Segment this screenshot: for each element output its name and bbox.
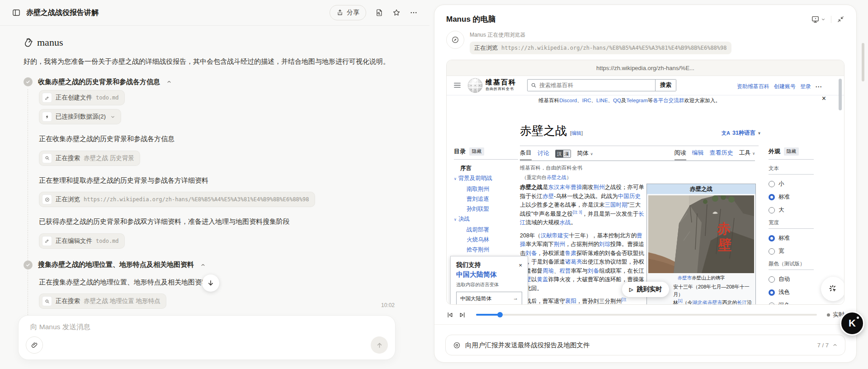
toc-item[interactable]: ∨背景及前哨战 <box>454 173 518 184</box>
toc-item[interactable]: 火烧乌林 <box>454 235 518 245</box>
toc-hide-button[interactable]: 隐藏 <box>469 147 484 156</box>
tool-chip-search[interactable]: 正在搜索 赤壁之战 历史背景 <box>39 151 140 166</box>
popup-close-button[interactable]: × <box>519 262 522 269</box>
message-timestamp: 10:02 <box>381 302 395 308</box>
wiki-search-input[interactable] <box>537 82 655 89</box>
browsing-url-chip[interactable]: 正在浏览 https://zh.wikipedia.org/zh-hans/%E… <box>470 42 731 54</box>
wiki-language-selector[interactable]: 文A 31种语言 ∨ <box>722 129 761 137</box>
check-circle-icon <box>24 260 33 270</box>
radio-icon <box>769 303 775 305</box>
tool-chip-browse[interactable]: 正在浏览 https://zh.wikipedia.org/zh-hans/%E… <box>39 192 315 207</box>
jump-to-live-button[interactable]: ▷ 跳到实时 <box>622 282 669 297</box>
arrow-right-icon: → <box>513 295 519 302</box>
wiki-link-login[interactable]: 登录 <box>800 83 811 90</box>
wiki-link-donate[interactable]: 资助维基百科 <box>737 83 769 90</box>
radio-width-wide[interactable]: 宽 <box>769 247 814 255</box>
tab-talk[interactable]: 讨论 <box>538 149 549 160</box>
send-button[interactable] <box>371 336 388 354</box>
variant-dropdown[interactable]: 简体 ∨ <box>577 149 593 160</box>
radio-text-small[interactable]: 小 <box>769 180 814 188</box>
radio-color-light[interactable]: 浅色 <box>769 289 814 296</box>
agent-status-row: Manus 正在使用浏览器 正在浏览 https://zh.wikipedia.… <box>434 24 856 54</box>
toc-item[interactable]: ∨决战 <box>454 214 518 225</box>
jump-to-live-label: 跳到实时 <box>637 285 662 293</box>
chip-url: https://zh.wikipedia.org/zh-hans/%E8%B5%… <box>84 196 309 203</box>
chip-file: todo.md <box>96 238 119 244</box>
sidebar-toggle-icon[interactable] <box>12 8 21 17</box>
radio-color-dark[interactable]: 深色 <box>769 302 814 304</box>
tool-chip-create-file[interactable]: 正在创建文件 todo.md <box>39 90 125 105</box>
hamburger-menu-icon[interactable] <box>454 82 461 88</box>
tool-chip-edit-file[interactable]: 正在编辑文件 todo.md <box>39 233 125 249</box>
k-floating-widget[interactable]: K <box>840 311 864 336</box>
browser-compass-icon <box>42 194 52 204</box>
progress-fill <box>476 314 500 316</box>
task-step: 正在整理和提取赤壁之战的历史背景与参战各方详细资料 <box>39 175 402 186</box>
toc-item[interactable]: 曹刘追逐 <box>454 194 518 204</box>
section-divider <box>434 324 856 325</box>
notice-close-button[interactable]: × <box>819 94 829 103</box>
tab-history[interactable]: 查看历史 <box>710 149 733 160</box>
favorite-button[interactable] <box>392 9 401 17</box>
radio-color-auto[interactable]: 自动 <box>769 275 814 283</box>
collapse-panel-button[interactable] <box>837 15 844 23</box>
tab-article[interactable]: 条目 <box>520 149 532 160</box>
tab-tools[interactable]: 工具 ∨ <box>739 149 755 160</box>
pencil-icon <box>42 236 52 246</box>
tab-read[interactable]: 阅读 <box>675 149 686 160</box>
wiki-search-button[interactable]: 搜索 <box>655 80 676 91</box>
tool-chip-search[interactable]: 正在搜索 赤壁之战 地理位置 地形特点 <box>39 293 166 309</box>
chevron-up-icon <box>200 262 206 268</box>
skip-to-end-button[interactable] <box>458 311 466 319</box>
browser-address-bar[interactable]: https://zh.wikipedia.org/zh-hans/%E... <box>447 60 844 76</box>
wiki-link-create-account[interactable]: 创建账号 <box>774 83 796 90</box>
share-icon <box>336 9 344 16</box>
task-section-1-header[interactable]: 收集赤壁之战的历史背景和参战各方信息 <box>24 77 402 86</box>
wiki-scrollbar-thumb[interactable] <box>839 79 842 110</box>
radio-text-large[interactable]: 大 <box>769 206 814 214</box>
tab-edit[interactable]: 编辑 <box>692 149 704 160</box>
article-paragraph-1: 赤壁之战是东汉末年曹操南攻荆州之战役；亦可单指于长江赤壁-乌林一线之决战。此战为… <box>520 183 645 227</box>
chevron-down-icon <box>821 17 826 22</box>
monitor-select-button[interactable] <box>811 15 826 24</box>
scroll-to-bottom-button[interactable] <box>202 274 219 292</box>
message-input[interactable] <box>29 322 321 331</box>
title-divider <box>520 146 759 146</box>
language-variant-popup: 我们支持 × 中国大陆简体 选取内容的语言变体 中国大陆简体 → <box>450 256 528 304</box>
tool-chip-datasource[interactable]: 已连接到数据源(2) <box>39 109 121 124</box>
infobox-row-place: 林[1]（今湖北省赤壁市西北的长江沿岸） <box>647 298 755 304</box>
skip-to-start-button[interactable] <box>446 311 454 319</box>
target-icon <box>453 341 461 349</box>
task-section-1-body: 正在创建文件 todo.md 已连接到数据源(2) 正在收集赤壁之战的历史背景和… <box>39 88 402 251</box>
chevron-down-icon: ∨ <box>590 152 593 156</box>
radio-text-standard[interactable]: 标准 <box>769 193 814 201</box>
variant-converter-icon[interactable]: 汉漢 <box>555 150 571 158</box>
toc-item[interactable]: 序言 <box>454 163 518 173</box>
toc-item[interactable]: 南取荆州 <box>454 184 518 194</box>
appearance-hide-button[interactable]: 隐藏 <box>784 147 799 156</box>
radio-icon <box>769 181 775 187</box>
progress-knob[interactable] <box>497 312 503 317</box>
more-button[interactable] <box>410 9 418 17</box>
task-section-2-header[interactable]: 搜集赤壁之战的地理位置、地形特点及相关地图资料 <box>24 260 402 270</box>
wikipedia-globe-logo[interactable] <box>467 78 483 93</box>
popup-variant-option[interactable]: 中国大陆简体 → <box>456 292 522 304</box>
attach-button[interactable] <box>26 336 43 354</box>
wikipedia-wordmark[interactable]: 维基百科 自由的百科全书 <box>486 79 516 91</box>
wiki-edit-link[interactable]: [编辑] <box>570 130 583 136</box>
search-icon <box>42 296 52 306</box>
toc-item[interactable]: 抢夺荆州 <box>454 245 518 255</box>
radio-width-standard[interactable]: 标准 <box>769 234 814 242</box>
wiki-toc: 目录 隐藏 序言 ∨背景及前哨战 南取荆州 曹刘追逐 孙刘联盟 ∨决战 战前部署… <box>454 147 518 265</box>
share-button[interactable]: 分享 <box>330 5 366 20</box>
wiki-page-tabs: 条目 讨论 汉漢 简体 ∨ 阅读 编辑 查看历史 工具 ∨ <box>520 149 755 160</box>
file-search-button[interactable] <box>375 9 383 17</box>
toc-item[interactable]: 孙刘联盟 <box>454 204 518 214</box>
current-task-bar[interactable]: 向用户汇报并发送最终战役报告及地图文件 7 / 7 <box>445 335 845 355</box>
replay-progress-slider[interactable] <box>476 314 817 316</box>
toc-item[interactable]: 战前部署 <box>454 225 518 235</box>
infobox-photo[interactable]: 赤 壁 <box>648 195 754 273</box>
window-scrollbar-thumb[interactable] <box>862 43 864 81</box>
chat-scroll-area: manus 好的，我将为您准备一份关于赤壁之战的详细战役报告，其中会包含战斗经过… <box>0 26 429 311</box>
wiki-more-menu[interactable]: ··· <box>816 84 822 90</box>
